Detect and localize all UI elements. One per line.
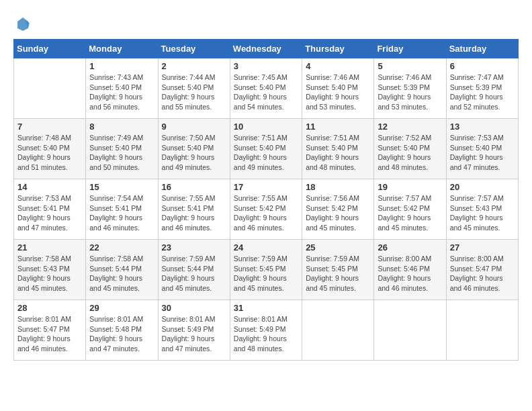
header: [13, 13, 519, 32]
day-number: 6: [450, 61, 515, 71]
day-info: Sunrise: 8:01 AMSunset: 5:47 PMDaylight:…: [17, 314, 82, 354]
calendar-cell: 24Sunrise: 7:59 AMSunset: 5:45 PMDayligh…: [230, 240, 302, 300]
day-info: Sunrise: 7:58 AMSunset: 5:44 PMDaylight:…: [89, 254, 154, 293]
calendar-cell: 14Sunrise: 7:53 AMSunset: 5:41 PMDayligh…: [14, 179, 86, 240]
calendar-cell: 10Sunrise: 7:51 AMSunset: 5:40 PMDayligh…: [230, 119, 302, 179]
calendar-cell: 5Sunrise: 7:46 AMSunset: 5:39 PMDaylight…: [374, 58, 446, 119]
week-row-3: 21Sunrise: 7:58 AMSunset: 5:43 PMDayligh…: [14, 240, 519, 300]
logo-icon: [15, 16, 31, 32]
day-number: 22: [89, 242, 154, 253]
calendar-cell: 20Sunrise: 7:57 AMSunset: 5:43 PMDayligh…: [446, 179, 518, 240]
day-number: 26: [378, 242, 442, 253]
calendar-cell: 7Sunrise: 7:48 AMSunset: 5:40 PMDaylight…: [14, 119, 86, 179]
day-number: 9: [162, 122, 226, 132]
calendar-cell: 28Sunrise: 8:01 AMSunset: 5:47 PMDayligh…: [14, 300, 86, 361]
week-row-4: 28Sunrise: 8:01 AMSunset: 5:47 PMDayligh…: [14, 300, 519, 361]
calendar-cell: 15Sunrise: 7:54 AMSunset: 5:41 PMDayligh…: [86, 179, 158, 240]
day-number: 3: [234, 61, 298, 71]
day-number: 18: [306, 182, 370, 192]
day-info: Sunrise: 7:56 AMSunset: 5:42 PMDaylight:…: [306, 193, 370, 233]
day-info: Sunrise: 8:01 AMSunset: 5:48 PMDaylight:…: [89, 314, 154, 354]
weekday-header-row: SundayMondayTuesdayWednesdayThursdayFrid…: [14, 40, 519, 58]
calendar-table: SundayMondayTuesdayWednesdayThursdayFrid…: [13, 39, 519, 361]
day-info: Sunrise: 7:57 AMSunset: 5:42 PMDaylight:…: [378, 193, 442, 233]
day-number: 13: [450, 122, 515, 132]
day-number: 16: [162, 182, 226, 192]
calendar-cell: 22Sunrise: 7:58 AMSunset: 5:44 PMDayligh…: [86, 240, 158, 300]
calendar-cell: 3Sunrise: 7:45 AMSunset: 5:40 PMDaylight…: [230, 58, 302, 119]
day-number: 31: [234, 303, 298, 313]
day-number: 4: [306, 61, 370, 71]
day-info: Sunrise: 7:43 AMSunset: 5:40 PMDaylight:…: [89, 73, 154, 112]
day-number: 2: [162, 61, 226, 71]
calendar-cell: 9Sunrise: 7:50 AMSunset: 5:40 PMDaylight…: [158, 119, 230, 179]
weekday-saturday: Saturday: [446, 40, 518, 58]
day-info: Sunrise: 7:59 AMSunset: 5:44 PMDaylight:…: [162, 254, 226, 293]
calendar-cell: 21Sunrise: 7:58 AMSunset: 5:43 PMDayligh…: [14, 240, 86, 300]
day-info: Sunrise: 7:46 AMSunset: 5:40 PMDaylight:…: [306, 73, 370, 112]
day-info: Sunrise: 7:44 AMSunset: 5:40 PMDaylight:…: [162, 73, 226, 112]
day-number: 11: [306, 122, 370, 132]
week-row-1: 7Sunrise: 7:48 AMSunset: 5:40 PMDaylight…: [14, 119, 519, 179]
day-info: Sunrise: 7:55 AMSunset: 5:41 PMDaylight:…: [162, 193, 226, 233]
day-number: 28: [17, 303, 82, 313]
calendar-cell: 23Sunrise: 7:59 AMSunset: 5:44 PMDayligh…: [158, 240, 230, 300]
day-info: Sunrise: 7:59 AMSunset: 5:45 PMDaylight:…: [306, 254, 370, 293]
day-info: Sunrise: 7:51 AMSunset: 5:40 PMDaylight:…: [234, 133, 298, 173]
day-number: 25: [306, 242, 370, 253]
day-number: 1: [89, 61, 154, 71]
calendar-cell: 2Sunrise: 7:44 AMSunset: 5:40 PMDaylight…: [158, 58, 230, 119]
calendar-cell: 25Sunrise: 7:59 AMSunset: 5:45 PMDayligh…: [302, 240, 374, 300]
calendar-cell: 27Sunrise: 8:00 AMSunset: 5:47 PMDayligh…: [446, 240, 518, 300]
day-info: Sunrise: 7:47 AMSunset: 5:39 PMDaylight:…: [450, 73, 515, 112]
day-info: Sunrise: 7:54 AMSunset: 5:41 PMDaylight:…: [89, 193, 154, 233]
calendar-cell: 18Sunrise: 7:56 AMSunset: 5:42 PMDayligh…: [302, 179, 374, 240]
calendar-cell: 17Sunrise: 7:55 AMSunset: 5:42 PMDayligh…: [230, 179, 302, 240]
calendar-cell: 31Sunrise: 8:01 AMSunset: 5:49 PMDayligh…: [230, 300, 302, 361]
day-number: 8: [89, 122, 154, 132]
day-info: Sunrise: 7:50 AMSunset: 5:40 PMDaylight:…: [162, 133, 226, 173]
calendar-cell: [374, 300, 446, 361]
calendar-cell: 19Sunrise: 7:57 AMSunset: 5:42 PMDayligh…: [374, 179, 446, 240]
calendar-cell: 11Sunrise: 7:51 AMSunset: 5:40 PMDayligh…: [302, 119, 374, 179]
day-info: Sunrise: 7:46 AMSunset: 5:39 PMDaylight:…: [378, 73, 442, 112]
day-info: Sunrise: 7:55 AMSunset: 5:42 PMDaylight:…: [234, 193, 298, 233]
day-info: Sunrise: 7:59 AMSunset: 5:45 PMDaylight:…: [234, 254, 298, 293]
weekday-sunday: Sunday: [14, 40, 86, 58]
day-number: 5: [378, 61, 442, 71]
day-info: Sunrise: 8:00 AMSunset: 5:47 PMDaylight:…: [450, 254, 515, 293]
weekday-thursday: Thursday: [302, 40, 374, 58]
calendar-cell: 6Sunrise: 7:47 AMSunset: 5:39 PMDaylight…: [446, 58, 518, 119]
weekday-friday: Friday: [374, 40, 446, 58]
day-number: 24: [234, 242, 298, 253]
weekday-monday: Monday: [86, 40, 158, 58]
day-number: 27: [450, 242, 515, 253]
calendar-cell: [446, 300, 518, 361]
day-info: Sunrise: 7:52 AMSunset: 5:40 PMDaylight:…: [378, 133, 442, 173]
calendar-cell: 8Sunrise: 7:49 AMSunset: 5:40 PMDaylight…: [86, 119, 158, 179]
day-number: 12: [378, 122, 442, 132]
day-info: Sunrise: 7:57 AMSunset: 5:43 PMDaylight:…: [450, 193, 515, 233]
day-info: Sunrise: 7:53 AMSunset: 5:41 PMDaylight:…: [17, 193, 82, 233]
logo-text: [13, 16, 31, 32]
week-row-2: 14Sunrise: 7:53 AMSunset: 5:41 PMDayligh…: [14, 179, 519, 240]
day-number: 10: [234, 122, 298, 132]
day-number: 19: [378, 182, 442, 192]
day-info: Sunrise: 8:00 AMSunset: 5:46 PMDaylight:…: [378, 254, 442, 293]
week-row-0: 1Sunrise: 7:43 AMSunset: 5:40 PMDaylight…: [14, 58, 519, 119]
weekday-wednesday: Wednesday: [230, 40, 302, 58]
calendar-cell: 26Sunrise: 8:00 AMSunset: 5:46 PMDayligh…: [374, 240, 446, 300]
day-number: 29: [89, 303, 154, 313]
day-number: 20: [450, 182, 515, 192]
calendar-cell: [14, 58, 86, 119]
day-info: Sunrise: 7:58 AMSunset: 5:43 PMDaylight:…: [17, 254, 82, 293]
day-number: 14: [17, 182, 82, 192]
logo: [13, 16, 31, 32]
day-info: Sunrise: 7:48 AMSunset: 5:40 PMDaylight:…: [17, 133, 82, 173]
calendar-cell: 12Sunrise: 7:52 AMSunset: 5:40 PMDayligh…: [374, 119, 446, 179]
day-info: Sunrise: 8:01 AMSunset: 5:49 PMDaylight:…: [234, 314, 298, 354]
day-info: Sunrise: 8:01 AMSunset: 5:49 PMDaylight:…: [162, 314, 226, 354]
day-info: Sunrise: 7:53 AMSunset: 5:40 PMDaylight:…: [450, 133, 515, 173]
day-info: Sunrise: 7:49 AMSunset: 5:40 PMDaylight:…: [89, 133, 154, 173]
calendar-cell: 4Sunrise: 7:46 AMSunset: 5:40 PMDaylight…: [302, 58, 374, 119]
